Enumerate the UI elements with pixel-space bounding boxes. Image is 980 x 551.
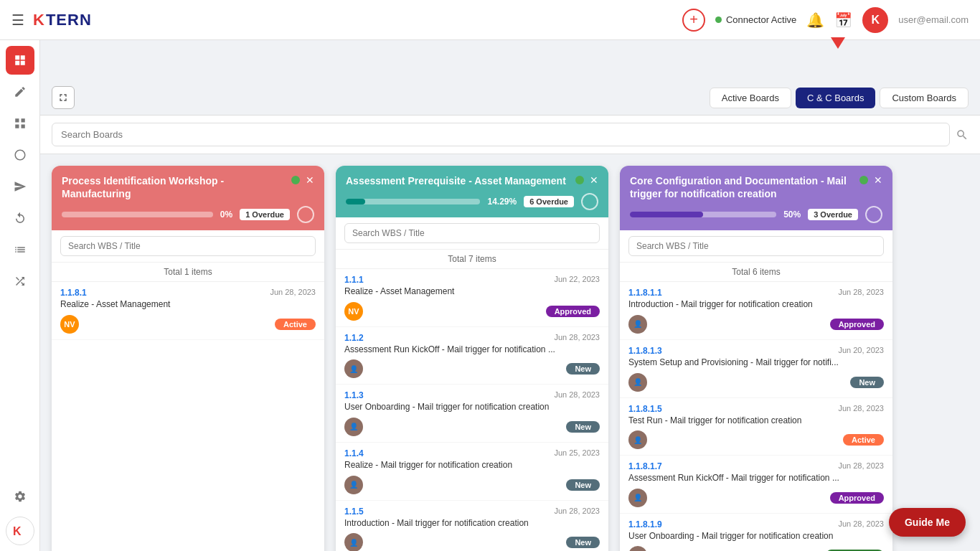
sidebar-item-list[interactable]	[6, 235, 34, 264]
board-item: 1.1.8.1.3 Jun 20, 2023 System Setup and …	[620, 340, 892, 398]
svg-rect-1	[20, 55, 24, 60]
board-items-1: 1.1.8.1 Jun 28, 2023 Realize - Asset Man…	[52, 282, 324, 551]
item-date: Jun 28, 2023	[554, 507, 600, 517]
sidebar-item-drop[interactable]	[6, 141, 34, 169]
close-icon-1[interactable]: ✕	[306, 174, 314, 186]
board-item: 1.1.2 Jun 28, 2023 Assessment Run KickOf…	[336, 327, 608, 385]
close-icon-2[interactable]: ✕	[590, 174, 598, 186]
tab-cc-boards[interactable]: C & C Boards	[796, 88, 875, 108]
expand-button[interactable]	[52, 86, 75, 109]
sidebar-item-edit[interactable]	[6, 77, 34, 106]
item-date: Jun 28, 2023	[838, 519, 884, 529]
calendar-icon[interactable]: 📅	[834, 11, 852, 29]
progress-pct-3: 50%	[783, 209, 801, 220]
sidebar-item-shuffle[interactable]	[6, 267, 34, 296]
board-search-input-1[interactable]	[60, 236, 316, 256]
item-row3: 👤 Approved	[628, 489, 884, 507]
board-header-1: Process Identification Workshop - Manufa…	[52, 166, 324, 230]
guide-me-button[interactable]: Guide Me	[889, 508, 966, 537]
item-avatar: NV	[344, 302, 363, 321]
item-date: Jun 20, 2023	[838, 346, 884, 356]
tab-custom-boards[interactable]: Custom Boards	[880, 88, 969, 108]
item-avatar-img: 👤	[344, 359, 363, 378]
item-date: Jun 28, 2023	[270, 288, 316, 298]
logo-k: K	[33, 11, 44, 29]
item-title: Introduction - Mail trigger for notifica…	[628, 299, 884, 311]
item-date: Jun 22, 2023	[554, 275, 600, 285]
item-wbs: 1.1.4	[344, 448, 364, 458]
board-item: 1.1.4 Jun 25, 2023 Realize - Mail trigge…	[336, 443, 608, 501]
item-wbs: 1.1.3	[344, 390, 364, 400]
overdue-badge-2: 6 Overdue	[524, 196, 574, 207]
item-date: Jun 28, 2023	[838, 288, 884, 298]
search-container	[40, 116, 980, 154]
progress-pct-1: 0%	[220, 209, 232, 220]
board-header-2: Assessment Prerequisite - Asset Manageme…	[336, 166, 608, 217]
item-avatar-img: 👤	[628, 373, 647, 392]
board-card-3: Core Configuration and Documentation - M…	[620, 166, 892, 551]
progress-bar-bg-1	[62, 212, 213, 217]
overdue-badge-1: 1 Overdue	[240, 209, 290, 220]
tab-active-boards[interactable]: Active Boards	[710, 88, 791, 108]
item-row3: 👤 New	[344, 533, 600, 551]
board-total-1: Total 1 items	[52, 263, 324, 282]
add-button[interactable]: +	[682, 9, 705, 32]
progress-pct-2: 14.29%	[487, 197, 517, 207]
sidebar-item-send[interactable]	[6, 172, 34, 201]
item-date: Jun 28, 2023	[838, 404, 884, 414]
item-row1: 1.1.5 Jun 28, 2023	[344, 507, 600, 517]
item-avatar-img: 👤	[628, 489, 647, 507]
search-input[interactable]	[52, 123, 950, 146]
status-badge: Approved	[830, 492, 884, 504]
svg-rect-3	[20, 61, 24, 65]
sidebar-item-redo[interactable]	[6, 204, 34, 232]
search-icon	[956, 128, 969, 141]
board-card-2: Assessment Prerequisite - Asset Manageme…	[336, 166, 608, 551]
board-search-2	[336, 217, 608, 250]
item-avatar-img: 👤	[344, 476, 363, 494]
item-wbs: 1.1.8.1	[60, 288, 87, 298]
item-title: User Onboarding - Mail trigger for notif…	[628, 531, 884, 542]
item-title: Introduction - Mail trigger for notifica…	[344, 518, 600, 529]
board-item: 1.1.3 Jun 28, 2023 User Onboarding - Mai…	[336, 385, 608, 443]
sidebar-bottom: K	[6, 482, 34, 545]
circle-btn-1[interactable]	[297, 206, 314, 223]
board-tabs: Active Boards C & C Boards Custom Boards	[40, 80, 980, 116]
item-row1: 1.1.3 Jun 28, 2023	[344, 390, 600, 400]
board-total-2: Total 7 items	[336, 250, 608, 269]
status-badge: New	[566, 421, 600, 433]
hamburger-icon[interactable]: ☰	[11, 11, 24, 29]
item-row3: NV Active	[60, 315, 316, 334]
circle-btn-2[interactable]	[581, 193, 598, 210]
board-search-input-2[interactable]	[344, 223, 600, 243]
item-wbs: 1.1.8.1.7	[628, 461, 662, 471]
sidebar-item-settings[interactable]	[6, 482, 34, 511]
avatar[interactable]: K	[862, 7, 888, 33]
board-header-icons-2: ✕	[575, 174, 598, 186]
board-search-input-3[interactable]	[628, 236, 884, 256]
item-avatar-img: 👤	[344, 418, 363, 436]
board-title-1: Process Identification Workshop - Manufa…	[62, 174, 291, 200]
board-search-3	[620, 230, 892, 263]
status-badge: Active	[843, 434, 884, 446]
item-row3: 👤 Completed	[628, 546, 884, 551]
board-item: 1.1.8.1.7 Jun 28, 2023 Assessment Run Ki…	[620, 456, 892, 514]
ktern-mini-logo[interactable]: K	[6, 517, 34, 545]
sidebar-item-grid[interactable]	[6, 109, 34, 138]
board-item: 1.1.8.1.5 Jun 28, 2023 Test Run - Mail t…	[620, 398, 892, 456]
status-badge: New	[566, 363, 600, 375]
item-wbs: 1.1.2	[344, 333, 364, 343]
item-date: Jun 28, 2023	[554, 390, 600, 400]
sidebar-item-active[interactable]	[6, 46, 34, 75]
circle-btn-3[interactable]	[865, 206, 882, 223]
board-progress-row-1: 0% 1 Overdue	[62, 206, 314, 223]
board-title-3: Core Configuration and Documentation - M…	[630, 174, 859, 200]
item-title: Assessment Run KickOff - Mail trigger fo…	[628, 473, 884, 484]
board-body-2: Total 7 items 1.1.1 Jun 22, 2023 Realize…	[336, 217, 608, 551]
status-dot-1	[291, 176, 300, 184]
board-items-2: 1.1.1 Jun 22, 2023 Realize - Asset Manag…	[336, 269, 608, 551]
bell-icon[interactable]: 🔔	[806, 11, 824, 29]
progress-bar-bg-3	[630, 212, 776, 217]
close-icon-3[interactable]: ✕	[874, 174, 882, 186]
item-row1: 1.1.2 Jun 28, 2023	[344, 333, 600, 343]
